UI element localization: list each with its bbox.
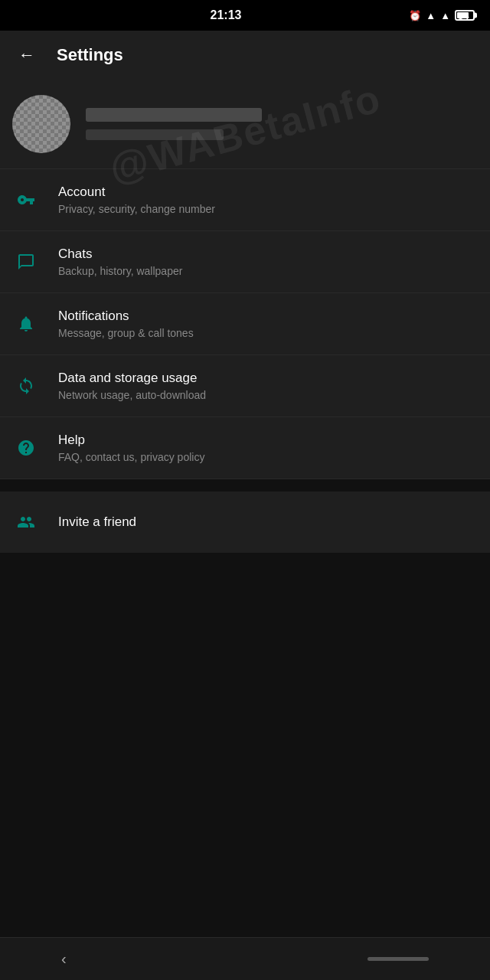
settings-item-chats[interactable]: Chats Backup, history, wallpaper: [0, 231, 490, 293]
bottom-nav-bar: ‹: [0, 937, 490, 980]
avatar: [12, 95, 70, 153]
toolbar: ← Settings: [0, 31, 490, 80]
invite-title: Invite a friend: [58, 514, 136, 530]
help-content: Help FAQ, contact us, privacy policy: [58, 433, 478, 463]
invite-item[interactable]: Invite a friend: [0, 492, 490, 553]
data-content: Data and storage usage Network usage, au…: [58, 371, 478, 401]
profile-info: [86, 108, 478, 140]
profile-section[interactable]: [0, 80, 490, 169]
account-subtitle: Privacy, security, change number: [58, 203, 478, 215]
profile-name: [86, 108, 262, 122]
profile-status: [86, 129, 224, 140]
battery-icon: 54: [455, 10, 475, 21]
settings-item-account[interactable]: Account Privacy, security, change number: [0, 169, 490, 231]
section-divider: [0, 479, 490, 485]
signal-icon: ▲: [440, 10, 450, 21]
back-button[interactable]: ←: [12, 39, 41, 71]
settings-item-data[interactable]: Data and storage usage Network usage, au…: [0, 355, 490, 417]
chats-content: Chats Backup, history, wallpaper: [58, 247, 478, 277]
account-title: Account: [58, 185, 478, 200]
home-indicator: [368, 957, 429, 961]
key-icon: [12, 186, 40, 214]
invite-section: Invite a friend: [0, 492, 490, 553]
chats-subtitle: Backup, history, wallpaper: [58, 265, 478, 277]
chats-title: Chats: [58, 247, 478, 262]
chat-icon: [12, 248, 40, 276]
notifications-title: Notifications: [58, 309, 478, 324]
settings-list: Account Privacy, security, change number…: [0, 169, 490, 479]
data-subtitle: Network usage, auto-download: [58, 389, 478, 401]
status-time: 21:13: [54, 8, 398, 22]
page-container: @WABetaInfo Account Privacy, security, c…: [0, 80, 490, 706]
page-title: Settings: [57, 45, 123, 65]
data-title: Data and storage usage: [58, 371, 478, 386]
settings-item-notifications[interactable]: Notifications Message, group & call tone…: [0, 293, 490, 355]
alarm-icon: ⏰: [409, 10, 421, 21]
settings-item-help[interactable]: Help FAQ, contact us, privacy policy: [0, 417, 490, 479]
notifications-subtitle: Message, group & call tones: [58, 327, 478, 339]
help-icon: [12, 434, 40, 462]
wifi-icon: ▲: [426, 10, 436, 21]
account-content: Account Privacy, security, change number: [58, 185, 478, 215]
data-icon: [12, 372, 40, 400]
back-nav-chevron[interactable]: ‹: [61, 950, 67, 968]
notifications-content: Notifications Message, group & call tone…: [58, 309, 478, 339]
content-spacer: [0, 553, 490, 706]
status-icons: ⏰ ▲ ▲ 54: [398, 10, 475, 21]
help-title: Help: [58, 433, 478, 448]
invite-icon: [12, 508, 40, 536]
status-bar: 21:13 ⏰ ▲ ▲ 54: [0, 0, 490, 31]
battery-level: 54: [458, 10, 469, 21]
help-subtitle: FAQ, contact us, privacy policy: [58, 451, 478, 463]
bell-icon: [12, 310, 40, 338]
avatar-image: [12, 95, 70, 153]
